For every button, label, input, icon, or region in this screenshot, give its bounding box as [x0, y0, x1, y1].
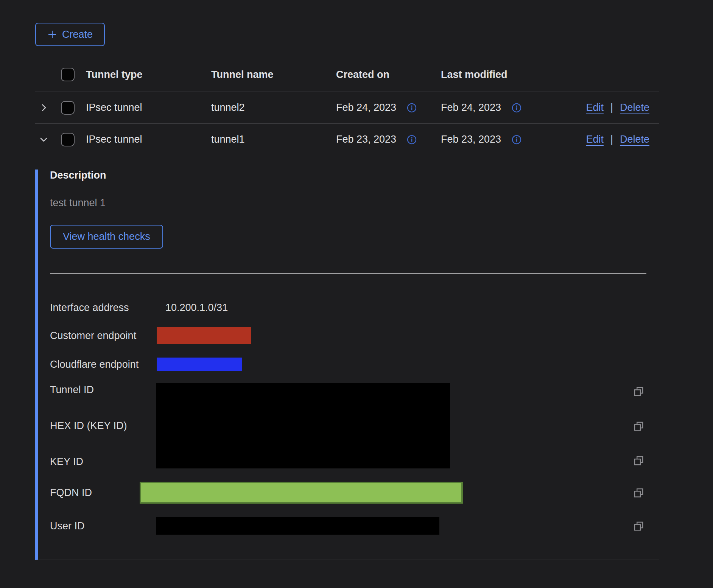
tunnel-type-cell: IPsec tunnel	[86, 102, 211, 114]
description-label: Description	[50, 170, 659, 181]
section-divider	[50, 273, 646, 274]
tunnel-id-label: Tunnel ID	[50, 384, 156, 396]
row-checkbox[interactable]	[61, 101, 75, 115]
edit-link[interactable]: Edit	[586, 102, 604, 114]
copy-icon[interactable]	[633, 455, 659, 466]
plus-icon	[47, 30, 57, 39]
interface-address-label: Interface address	[50, 302, 156, 314]
key-id-label: KEY ID	[50, 456, 156, 468]
tunnel-type-cell: IPsec tunnel	[86, 134, 211, 145]
edit-link[interactable]: Edit	[586, 134, 604, 145]
header-checkbox-cell	[57, 68, 86, 81]
info-icon[interactable]	[511, 134, 522, 145]
field-row-cloudflare-endpoint: Cloudflare endpoint	[50, 358, 659, 371]
copy-icon[interactable]	[633, 386, 659, 397]
create-button[interactable]: Create	[35, 23, 105, 46]
cloudflare-endpoint-label: Cloudflare endpoint	[50, 359, 156, 370]
customer-endpoint-label: Customer endpoint	[50, 330, 156, 342]
tunnels-table: Tunnel type Tunnel name Created on Last …	[35, 58, 659, 560]
tunnel-details-panel: Description test tunnel 1 View health ch…	[35, 170, 659, 560]
actions-separator: |	[610, 134, 613, 145]
table-header-row: Tunnel type Tunnel name Created on Last …	[35, 58, 659, 92]
interface-address-value: 10.200.1.0/31	[165, 302, 228, 314]
user-id-redaction	[156, 517, 439, 535]
created-on-value: Feb 23, 2023	[336, 134, 396, 145]
chevron-right-icon[interactable]	[39, 103, 49, 113]
field-row-fqdn-id: FQDN ID	[50, 482, 659, 504]
description-text: test tunnel 1	[50, 197, 659, 209]
last-modified-value: Feb 24, 2023	[441, 102, 501, 114]
info-icon[interactable]	[406, 102, 417, 114]
field-row-user-id: User ID	[50, 517, 659, 535]
field-row-customer-endpoint: Customer endpoint	[50, 327, 659, 344]
copy-icon[interactable]	[633, 487, 644, 498]
actions-separator: |	[610, 102, 613, 114]
tunnels-page: Create Tunnel type Tunnel name Created o…	[0, 0, 713, 588]
hex-id-label: HEX ID (KEY ID)	[50, 420, 156, 432]
user-id-label: User ID	[50, 520, 156, 532]
field-row-interface-address: Interface address 10.200.1.0/31	[50, 301, 659, 314]
chevron-down-icon[interactable]	[39, 134, 49, 145]
header-created-on: Created on	[336, 69, 441, 81]
header-tunnel-type: Tunnel type	[86, 69, 211, 81]
fqdn-id-redaction	[140, 482, 463, 504]
last-modified-value: Feb 23, 2023	[441, 134, 501, 145]
view-health-checks-button[interactable]: View health checks	[50, 225, 163, 249]
row-checkbox[interactable]	[61, 133, 75, 146]
delete-link[interactable]: Delete	[620, 134, 649, 145]
customer-endpoint-redaction	[157, 327, 251, 344]
header-last-modified: Last modified	[441, 69, 545, 81]
create-button-label: Create	[62, 29, 93, 40]
ids-redaction	[156, 383, 450, 468]
copy-icon[interactable]	[633, 420, 659, 432]
header-tunnel-name: Tunnel name	[211, 69, 336, 81]
table-row: IPsec tunnel tunnel2 Feb 24, 2023 Feb 24…	[35, 92, 659, 124]
info-icon[interactable]	[406, 134, 417, 145]
tunnel-name-cell: tunnel1	[211, 134, 336, 145]
delete-link[interactable]: Delete	[620, 102, 649, 114]
cloudflare-endpoint-redaction	[157, 358, 242, 371]
copy-icon[interactable]	[633, 520, 644, 532]
info-icon[interactable]	[511, 102, 522, 114]
created-on-value: Feb 24, 2023	[336, 102, 396, 114]
table-row: IPsec tunnel tunnel1 Feb 23, 2023 Feb 23…	[35, 124, 659, 155]
tunnel-name-cell: tunnel2	[211, 102, 336, 114]
field-row-ids: Tunnel ID HEX ID (KEY ID) KEY ID	[50, 383, 659, 468]
select-all-checkbox[interactable]	[61, 68, 75, 81]
